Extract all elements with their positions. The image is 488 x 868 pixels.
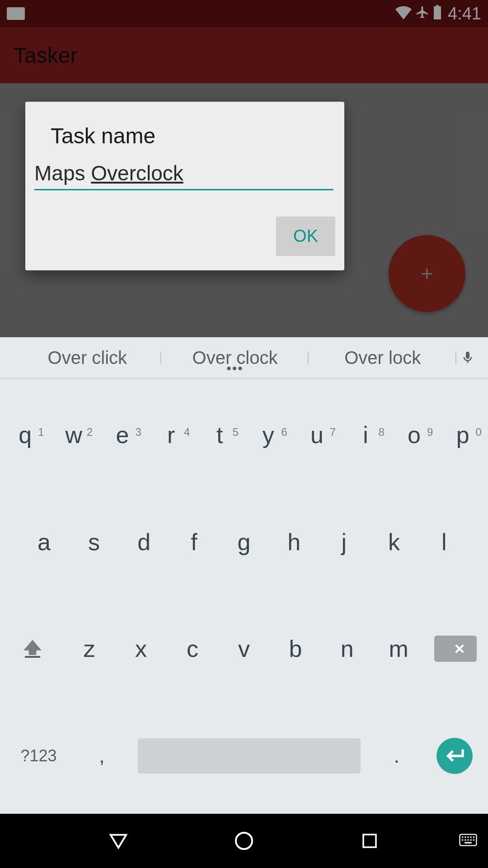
- svg-rect-1: [363, 835, 376, 847]
- key-o[interactable]: 9o: [390, 423, 439, 447]
- enter-key[interactable]: [423, 738, 486, 774]
- task-name-input-wrap[interactable]: Maps Overclock: [34, 161, 335, 190]
- key-r[interactable]: 4r: [147, 423, 196, 447]
- keyboard: Over click Over clock ••• Over lock 1q2w…: [0, 337, 488, 814]
- key-letter: n: [341, 637, 354, 660]
- wifi-icon: [395, 4, 412, 24]
- key-i[interactable]: 8i: [341, 423, 390, 447]
- status-time: 4:41: [448, 4, 481, 24]
- key-h[interactable]: h: [269, 530, 319, 554]
- key-p[interactable]: 0p: [438, 423, 487, 447]
- mic-button[interactable]: [456, 348, 479, 367]
- key-u[interactable]: 7u: [293, 423, 342, 447]
- fab-add-button[interactable]: +: [389, 235, 465, 312]
- input-text-prefix: Maps: [34, 161, 91, 185]
- suggestion-3[interactable]: Over lock: [309, 348, 456, 368]
- app-title: Tasker: [14, 43, 77, 68]
- suggestion-1[interactable]: Over click: [14, 348, 161, 368]
- key-t[interactable]: 5t: [195, 423, 244, 447]
- key-v[interactable]: v: [218, 637, 270, 660]
- key-y[interactable]: 6y: [244, 423, 293, 447]
- nav-home-button[interactable]: [181, 830, 307, 852]
- key-letter: p: [456, 423, 469, 447]
- key-letter: b: [289, 637, 302, 660]
- key-l[interactable]: l: [419, 530, 469, 554]
- key-hint: 3: [135, 426, 141, 439]
- notification-icon: [7, 7, 25, 20]
- key-m[interactable]: m: [373, 637, 424, 660]
- key-q[interactable]: 1q: [1, 423, 50, 447]
- key-letter: h: [287, 530, 300, 554]
- svg-rect-5: [467, 836, 469, 838]
- svg-rect-12: [473, 839, 474, 840]
- svg-rect-7: [473, 836, 474, 838]
- key-hint: 4: [184, 426, 190, 439]
- nav-recent-button[interactable]: [307, 831, 432, 850]
- key-letter: m: [389, 637, 408, 660]
- key-s[interactable]: s: [69, 530, 119, 554]
- key-letter: l: [441, 530, 447, 554]
- key-c[interactable]: c: [167, 637, 218, 660]
- key-letter: i: [363, 423, 368, 447]
- key-letter: f: [191, 530, 197, 554]
- key-k[interactable]: k: [369, 530, 419, 554]
- nav-back-button[interactable]: [56, 830, 181, 851]
- key-f[interactable]: f: [169, 530, 219, 554]
- key-letter: y: [263, 423, 274, 447]
- task-name-input[interactable]: Maps Overclock: [34, 161, 333, 190]
- key-letter: g: [238, 530, 251, 554]
- symbols-key[interactable]: ?123: [2, 746, 75, 765]
- key-b[interactable]: b: [270, 637, 321, 660]
- nav-ime-button[interactable]: [459, 833, 477, 849]
- key-g[interactable]: g: [219, 530, 269, 554]
- key-letter: q: [19, 423, 32, 447]
- suggestion-bar: Over click Over clock ••• Over lock: [0, 337, 488, 379]
- backspace-key[interactable]: [424, 636, 486, 662]
- key-z[interactable]: z: [64, 637, 115, 660]
- key-x[interactable]: x: [115, 637, 167, 660]
- key-j[interactable]: j: [319, 530, 369, 554]
- ok-button[interactable]: OK: [276, 217, 335, 256]
- battery-icon: [433, 4, 441, 24]
- shift-icon: [23, 640, 42, 658]
- key-hint: 1: [38, 426, 44, 439]
- svg-rect-4: [465, 836, 466, 838]
- suggestion-2[interactable]: Over clock •••: [161, 348, 309, 368]
- key-e[interactable]: 3e: [98, 423, 147, 447]
- key-hint: 7: [330, 426, 336, 439]
- key-hint: 2: [87, 426, 93, 439]
- key-row-2: asdfghjkl: [1, 489, 487, 596]
- key-d[interactable]: d: [119, 530, 169, 554]
- key-rows: 1q2w3e4r5t6y7u8i9o0p asdfghjkl zxcvbnm ?…: [0, 379, 488, 814]
- key-letter: a: [38, 530, 51, 554]
- svg-rect-8: [462, 839, 463, 840]
- key-letter: c: [187, 637, 198, 660]
- comma-key[interactable]: ,: [75, 745, 128, 767]
- key-letter: j: [342, 530, 347, 554]
- key-row-3: zxcvbnm: [1, 595, 487, 703]
- status-bar: 4:41: [0, 0, 488, 27]
- key-a[interactable]: a: [19, 530, 69, 554]
- nav-bar: [0, 814, 488, 868]
- key-w[interactable]: 2w: [50, 423, 99, 447]
- key-letter: w: [66, 423, 83, 447]
- svg-rect-13: [465, 842, 471, 844]
- key-n[interactable]: n: [321, 637, 373, 660]
- key-letter: o: [408, 423, 421, 447]
- svg-rect-6: [470, 836, 472, 838]
- backspace-icon: [434, 636, 477, 662]
- dialog-actions: OK: [34, 217, 335, 256]
- status-right: 4:41: [395, 4, 481, 24]
- key-row-4: ?123 , .: [1, 703, 487, 810]
- shift-key[interactable]: [2, 640, 64, 658]
- key-letter: x: [135, 637, 147, 660]
- plus-icon: +: [421, 261, 433, 286]
- space-bar: [138, 738, 361, 774]
- status-left: [7, 7, 25, 20]
- key-hint: 5: [233, 426, 239, 439]
- key-letter: k: [388, 530, 400, 554]
- space-key[interactable]: [128, 738, 371, 774]
- period-key[interactable]: .: [371, 745, 423, 767]
- more-suggestions-icon: •••: [226, 361, 244, 376]
- key-letter: d: [137, 530, 150, 554]
